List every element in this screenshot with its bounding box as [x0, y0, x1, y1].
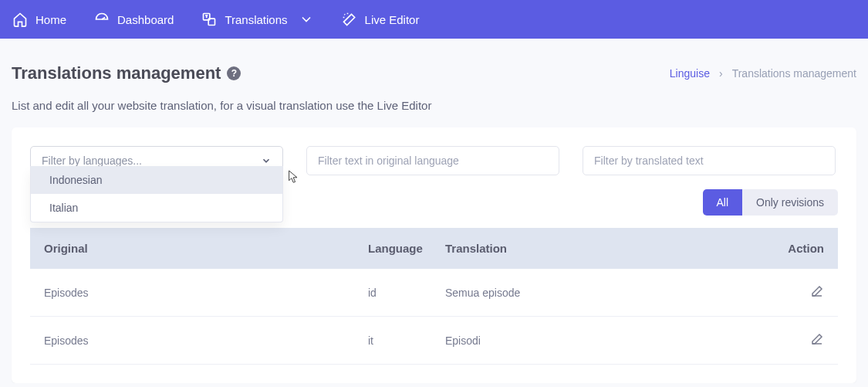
- revision-toggle-group: All Only revisions: [703, 189, 838, 216]
- breadcrumb: Linguise › Translations management: [670, 67, 856, 80]
- translate-icon: [201, 12, 217, 27]
- cell-action: [762, 332, 824, 348]
- help-icon[interactable]: ?: [227, 66, 241, 80]
- cell-translation: Semua episode: [445, 287, 762, 299]
- nav-live-editor-label: Live Editor: [365, 13, 420, 26]
- col-language-header: Language: [368, 242, 445, 255]
- cell-language: id: [368, 287, 445, 299]
- top-navbar: Home Dashboard Translations Live Editor: [0, 0, 868, 39]
- edit-icon[interactable]: [810, 332, 824, 346]
- edit-icon[interactable]: [810, 284, 824, 298]
- translations-table: Original Language Translation Action Epi…: [30, 228, 838, 365]
- table-header-row: Original Language Translation Action: [30, 228, 838, 269]
- nav-translations[interactable]: Translations: [201, 12, 313, 27]
- table-row: Episodes it Episodi: [30, 317, 838, 365]
- col-translation-header: Translation: [445, 242, 762, 255]
- cell-language: it: [368, 334, 445, 347]
- page-description: List and edit all your website translati…: [0, 90, 868, 127]
- page-title-text: Translations management: [12, 63, 221, 83]
- table-row: Episodes id Semua episode: [30, 269, 838, 317]
- page-title: Translations management ?: [12, 63, 241, 83]
- breadcrumb-root-link[interactable]: Linguise: [670, 67, 710, 80]
- language-dropdown: Indonesian Italian: [30, 166, 283, 222]
- dropdown-option-italian[interactable]: Italian: [31, 194, 282, 222]
- main-card: Filter by languages... Indonesian Italia…: [12, 127, 856, 383]
- chevron-down-icon: [299, 12, 314, 27]
- filter-language-placeholder: Filter by languages...: [42, 154, 142, 167]
- breadcrumb-separator: ›: [719, 67, 723, 80]
- home-icon: [12, 12, 28, 27]
- breadcrumb-current: Translations management: [732, 67, 856, 80]
- nav-dashboard[interactable]: Dashboard: [94, 12, 174, 27]
- col-original-header: Original: [44, 242, 368, 255]
- dropdown-option-indonesian[interactable]: Indonesian: [31, 166, 282, 194]
- chevron-down-icon: [261, 155, 272, 166]
- cell-action: [762, 284, 824, 300]
- nav-home[interactable]: Home: [12, 12, 66, 27]
- nav-dashboard-label: Dashboard: [117, 13, 174, 26]
- filter-original-input[interactable]: [306, 146, 559, 175]
- col-action-header: Action: [762, 242, 824, 255]
- cell-translation: Episodi: [445, 334, 762, 347]
- page-header: Translations management ? Linguise › Tra…: [0, 39, 868, 90]
- cell-original: Episodes: [44, 334, 368, 347]
- toggle-only-revisions-button[interactable]: Only revisions: [742, 189, 838, 216]
- nav-translations-label: Translations: [225, 13, 287, 26]
- wand-icon: [342, 12, 357, 27]
- nav-home-label: Home: [35, 13, 66, 26]
- gauge-icon: [94, 12, 110, 27]
- filter-translated-input[interactable]: [583, 146, 836, 175]
- toggle-all-button[interactable]: All: [703, 189, 743, 216]
- cell-original: Episodes: [44, 287, 368, 299]
- nav-live-editor[interactable]: Live Editor: [342, 12, 420, 27]
